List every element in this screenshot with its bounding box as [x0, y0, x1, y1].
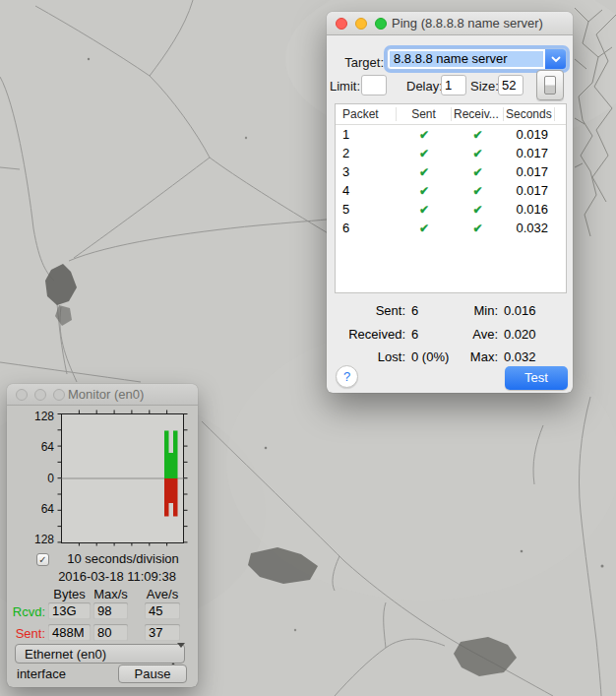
delay-label: Delay:: [406, 79, 443, 94]
rcvd-label: Rcvd:: [7, 604, 45, 619]
packet-number: 6: [336, 221, 397, 235]
table-row[interactable]: 1 ✔ ✔ 0.019: [336, 125, 566, 144]
size-input[interactable]: [498, 75, 524, 95]
division-label: 10 seconds/division: [56, 551, 190, 566]
close-button-inactive[interactable]: [16, 389, 28, 401]
help-button[interactable]: ?: [336, 365, 358, 388]
zoom-button[interactable]: [375, 18, 387, 30]
packet-number: 3: [336, 164, 397, 179]
summary-left: Sent:6 Received:6 Lost:0 (0%): [335, 299, 449, 369]
maxs-header: Max/s: [93, 587, 128, 601]
chevron-down-icon[interactable]: [545, 49, 566, 69]
monitor-window-title: Monitor (en0): [68, 387, 144, 402]
seconds-value: 0.019: [504, 127, 555, 142]
rcvd-bytes-value: 13G: [48, 602, 91, 619]
sent-max-value: 80: [93, 624, 128, 641]
division-checkbox[interactable]: ✓: [36, 553, 49, 566]
interface-select-value: Ethernet (en0): [25, 647, 106, 662]
sent-label: Sent:: [7, 626, 45, 641]
sent-check-icon: ✔: [397, 128, 452, 142]
target-value: 8.8.8.8 name server: [390, 51, 543, 67]
limit-label: Limit:: [330, 79, 360, 94]
sent-check-icon: ✔: [397, 165, 452, 179]
column-sent[interactable]: Sent: [397, 107, 452, 121]
sent-bytes-value: 488M: [48, 624, 91, 641]
packet-number: 4: [336, 183, 397, 198]
monitor-window: Monitor (en0) 128 64 0 64 128 ✓ 10 secon…: [7, 384, 198, 687]
min-label: Min:: [464, 299, 498, 323]
ping-titlebar[interactable]: Ping (8.8.8.8 name server): [327, 12, 573, 35]
table-row[interactable]: 4 ✔ ✔ 0.017: [336, 181, 566, 200]
y-axis-label: 0: [19, 472, 54, 485]
table-row[interactable]: 5 ✔ ✔ 0.016: [336, 200, 566, 219]
sent-check-icon: ✔: [397, 184, 452, 198]
sent-summary-label: Sent:: [335, 299, 405, 323]
received-check-icon: ✔: [452, 203, 504, 217]
received-check-icon: ✔: [452, 184, 504, 198]
target-combobox[interactable]: 8.8.8.8 name server: [387, 48, 567, 70]
bytes-header: Bytes: [48, 587, 91, 601]
table-row[interactable]: 3 ✔ ✔ 0.017: [336, 162, 566, 181]
sent-check-icon: ✔: [397, 147, 452, 160]
target-label: Target:: [337, 55, 384, 70]
traffic-graph: [57, 410, 188, 546]
ping-window-title: Ping (8.8.8.8 name server): [392, 16, 543, 31]
received-summary-value: 6: [411, 327, 418, 342]
table-row[interactable]: 2 ✔ ✔ 0.017: [336, 144, 566, 162]
received-check-icon: ✔: [452, 165, 504, 179]
rcvd-ave-value: 45: [145, 602, 180, 619]
max-value: 0.032: [504, 349, 536, 364]
toggle-switch-icon: [544, 76, 556, 95]
table-row[interactable]: 6 ✔ ✔ 0.032: [336, 219, 566, 237]
rcvd-max-value: 98: [93, 602, 128, 619]
column-packet[interactable]: Packet: [336, 107, 397, 121]
options-switch-button[interactable]: [536, 70, 564, 100]
limit-input[interactable]: [361, 75, 387, 95]
lost-summary-value: 0 (0%): [411, 349, 449, 364]
sent-summary-value: 6: [411, 303, 418, 318]
packet-number: 2: [336, 146, 397, 160]
seconds-value: 0.017: [504, 183, 555, 198]
table-header[interactable]: Packet Sent Receiv... Seconds: [336, 104, 566, 125]
minimize-button-inactive[interactable]: [34, 389, 46, 401]
aves-header: Ave/s: [145, 587, 180, 601]
zoom-button-inactive[interactable]: [53, 389, 65, 401]
sent-check-icon: ✔: [397, 221, 452, 235]
y-axis-label: 128: [19, 410, 54, 423]
packet-number: 1: [336, 127, 397, 142]
popup-stepper-icon: [169, 648, 178, 661]
seconds-value: 0.017: [504, 164, 555, 179]
close-button[interactable]: [336, 18, 347, 30]
test-button[interactable]: Test: [505, 366, 568, 390]
seconds-value: 0.032: [504, 221, 555, 235]
y-axis-label: 64: [19, 502, 54, 516]
monitor-titlebar[interactable]: Monitor (en0): [7, 384, 198, 406]
received-check-icon: ✔: [452, 128, 504, 142]
max-label: Max:: [464, 346, 498, 369]
pause-button[interactable]: Pause: [118, 664, 187, 683]
minimize-button[interactable]: [355, 18, 367, 30]
delay-input[interactable]: [441, 75, 466, 95]
received-summary-label: Received:: [335, 323, 405, 347]
ave-label: Ave:: [464, 323, 498, 347]
interface-select[interactable]: Ethernet (en0): [15, 644, 185, 664]
packet-number: 5: [336, 202, 397, 217]
timestamp: 2016-03-18 11:09:38: [42, 569, 192, 584]
summary-right: Min:0.016 Ave:0.020 Max:0.032: [464, 299, 536, 369]
y-axis-label: 128: [19, 533, 54, 546]
seconds-value: 0.016: [504, 202, 555, 217]
received-check-icon: ✔: [452, 147, 504, 160]
interface-label: interface: [17, 666, 66, 681]
seconds-value: 0.017: [504, 146, 555, 160]
column-seconds[interactable]: Seconds: [504, 107, 555, 121]
column-received[interactable]: Receiv...: [452, 107, 504, 121]
ping-window: Ping (8.8.8.8 name server) Target: 8.8.8…: [327, 12, 573, 393]
sent-ave-value: 37: [145, 624, 180, 641]
y-axis-label: 64: [19, 440, 54, 454]
received-check-icon: ✔: [452, 221, 504, 235]
sent-check-icon: ✔: [397, 203, 452, 217]
ping-results-table: Packet Sent Receiv... Seconds 1 ✔ ✔ 0.01…: [335, 103, 567, 293]
min-value: 0.016: [504, 303, 536, 318]
size-label: Size:: [470, 79, 499, 94]
ave-value: 0.020: [504, 327, 536, 342]
